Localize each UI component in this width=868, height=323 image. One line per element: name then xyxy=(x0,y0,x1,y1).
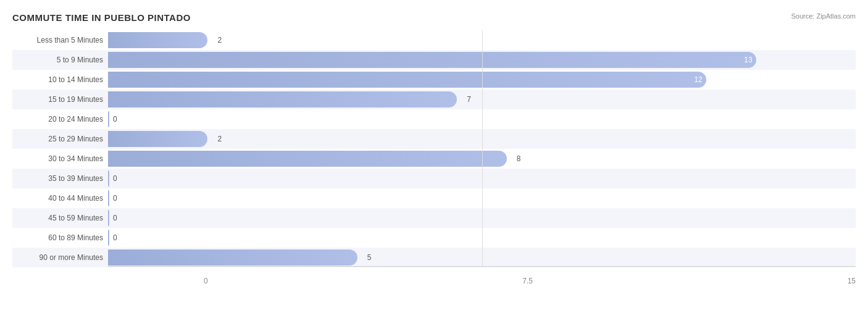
bar-track: 0 xyxy=(108,190,856,206)
bar-track: 5 xyxy=(108,250,856,266)
bar-label: 90 or more Minutes xyxy=(12,253,108,262)
bar-row: 35 to 39 Minutes0 xyxy=(12,169,856,188)
bar-row: 30 to 34 Minutes8 xyxy=(12,149,856,169)
bar-fill xyxy=(108,131,207,147)
x-axis: 07.515 xyxy=(108,277,856,285)
bar-fill: 12 xyxy=(108,72,706,88)
bar-fill xyxy=(108,111,109,127)
bar-track: 0 xyxy=(108,111,856,127)
bar-value: 13 xyxy=(744,56,752,64)
bar-row: 15 to 19 Minutes7 xyxy=(12,90,856,109)
bar-value: 5 xyxy=(365,253,372,262)
bar-value: 12 xyxy=(694,75,702,84)
bar-label: 20 to 24 Minutes xyxy=(12,115,108,124)
bar-row: 45 to 59 Minutes0 xyxy=(12,208,856,228)
bar-value: 2 xyxy=(215,36,222,44)
bar-row: 60 to 89 Minutes0 xyxy=(12,228,856,248)
bar-label: 5 to 9 Minutes xyxy=(12,56,108,64)
bar-track: 0 xyxy=(108,170,856,187)
chart-area: Less than 5 Minutes25 to 9 Minutes1310 t… xyxy=(12,30,856,285)
bar-label: 15 to 19 Minutes xyxy=(12,95,108,104)
bar-track: 8 xyxy=(108,151,856,167)
bar-track: 7 xyxy=(108,91,856,107)
bar-label: 35 to 39 Minutes xyxy=(12,174,108,183)
bar-fill xyxy=(108,210,109,226)
bar-track: 0 xyxy=(108,230,856,246)
bar-row: 5 to 9 Minutes13 xyxy=(12,50,856,70)
bar-track: 13 xyxy=(108,52,856,68)
axis-line xyxy=(108,266,856,267)
chart-title: COMMUTE TIME IN PUEBLO PINTADO xyxy=(12,12,856,23)
bar-track: 12 xyxy=(108,72,856,88)
bar-value: 0 xyxy=(113,174,117,183)
bar-value: 0 xyxy=(113,214,117,222)
bar-label: 10 to 14 Minutes xyxy=(12,75,108,84)
bar-row: 40 to 44 Minutes0 xyxy=(12,188,856,208)
bar-row: Less than 5 Minutes2 xyxy=(12,30,856,50)
bar-fill xyxy=(108,151,507,167)
chart-container: COMMUTE TIME IN PUEBLO PINTADO Source: Z… xyxy=(0,0,868,323)
bar-fill xyxy=(108,230,109,246)
bar-value: 0 xyxy=(113,233,117,242)
bar-fill xyxy=(108,32,207,48)
bar-value: 8 xyxy=(514,154,521,163)
bar-track: 0 xyxy=(108,210,856,226)
bar-row: 90 or more Minutes5 xyxy=(12,248,856,267)
bar-label: 40 to 44 Minutes xyxy=(12,194,108,203)
x-axis-label: 7.5 xyxy=(522,277,533,285)
bar-fill xyxy=(108,91,457,107)
bar-label: 30 to 34 Minutes xyxy=(12,154,108,163)
bar-value: 0 xyxy=(113,194,117,203)
bar-fill xyxy=(108,250,357,266)
bar-label: 60 to 89 Minutes xyxy=(12,233,108,242)
bar-row: 10 to 14 Minutes12 xyxy=(12,70,856,90)
x-axis-label: 0 xyxy=(204,277,208,285)
bar-track: 2 xyxy=(108,131,856,147)
bar-value: 2 xyxy=(215,135,222,143)
bar-row: 20 to 24 Minutes0 xyxy=(12,109,856,129)
bar-track: 2 xyxy=(108,32,856,48)
bar-fill: 13 xyxy=(108,52,756,68)
x-axis-label: 15 xyxy=(848,277,856,285)
bar-label: Less than 5 Minutes xyxy=(12,36,108,44)
bar-fill xyxy=(108,190,109,206)
bar-label: 25 to 29 Minutes xyxy=(12,135,108,143)
bar-row: 25 to 29 Minutes2 xyxy=(12,129,856,149)
source-text: Source: ZipAtlas.com xyxy=(791,12,856,20)
bars-section: Less than 5 Minutes25 to 9 Minutes1310 t… xyxy=(12,30,856,267)
bar-value: 0 xyxy=(113,115,117,124)
bar-label: 45 to 59 Minutes xyxy=(12,214,108,222)
bar-fill xyxy=(108,170,109,187)
bar-value: 7 xyxy=(464,95,471,104)
